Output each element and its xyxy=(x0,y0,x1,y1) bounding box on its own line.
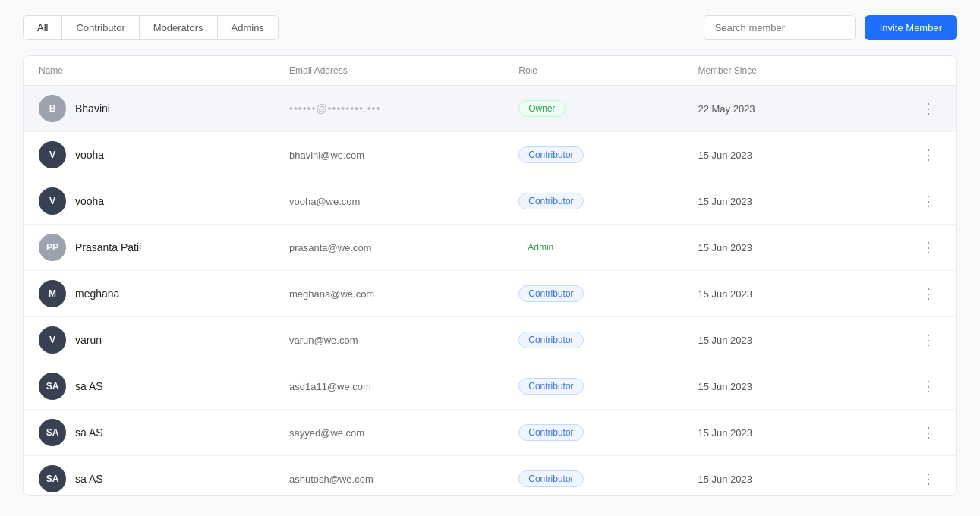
member-since-cell: 15 Jun 2023 xyxy=(682,410,850,456)
email-cell: sayyed@we.com xyxy=(274,410,503,456)
actions-cell: ⋮ xyxy=(851,456,956,496)
members-table-container: NameEmail AddressRoleMember Since BBhavi… xyxy=(23,55,957,496)
role-badge: Contributor xyxy=(518,285,583,302)
role-cell: Contributor xyxy=(503,363,682,410)
table-header: NameEmail AddressRoleMember Since xyxy=(24,56,956,86)
table-body: BBhavini••••••@••••••••.•••Owner22 May 2… xyxy=(24,86,956,496)
role-cell: Contributor xyxy=(503,271,682,317)
top-bar: AllContributorModeratorsAdmins Invite Me… xyxy=(23,15,957,40)
member-since-cell: 15 Jun 2023 xyxy=(682,132,850,178)
member-name: sa AS xyxy=(75,473,103,485)
actions-cell: ⋮ xyxy=(851,317,956,363)
column-header-name: Name xyxy=(24,56,274,86)
role-badge: Contributor xyxy=(518,332,583,348)
more-actions-button[interactable]: ⋮ xyxy=(915,145,941,165)
role-badge: Contributor xyxy=(518,424,583,441)
member-name: sa AS xyxy=(75,380,103,392)
member-name: sa AS xyxy=(75,426,103,439)
name-cell: SAsa AS xyxy=(24,363,274,410)
role-badge: Admin xyxy=(518,240,562,255)
avatar: V xyxy=(39,141,66,168)
email-cell: varun@we.com xyxy=(274,317,503,363)
name-cell: PPPrasanta Patil xyxy=(24,225,274,271)
name-cell: Vvooha xyxy=(24,132,274,178)
table-row: Mmeghanameghana@we.comContributor15 Jun … xyxy=(24,271,956,317)
member-name: varun xyxy=(75,334,102,346)
member-since-cell: 15 Jun 2023 xyxy=(682,225,850,271)
more-actions-button[interactable]: ⋮ xyxy=(915,469,941,489)
avatar: SA xyxy=(39,373,66,400)
member-since-cell: 22 May 2023 xyxy=(682,86,850,132)
avatar: M xyxy=(39,280,66,307)
column-header-member-since: Member Since xyxy=(682,56,850,86)
table-row: Vvoohabhavini@we.comContributor15 Jun 20… xyxy=(24,132,956,178)
filter-tab-all[interactable]: All xyxy=(24,16,62,39)
avatar: V xyxy=(39,326,66,354)
role-cell: Contributor xyxy=(503,132,682,178)
avatar: PP xyxy=(39,234,66,261)
role-badge: Owner xyxy=(518,100,565,117)
table-row: SAsa ASashutosh@we.comContributor15 Jun … xyxy=(24,456,956,496)
role-cell: Contributor xyxy=(503,178,682,225)
avatar: SA xyxy=(39,465,66,492)
member-name: Bhavini xyxy=(75,102,110,115)
email-cell: bhavini@we.com xyxy=(274,132,503,178)
table-row: SAsa ASasd1a11@we.comContributor15 Jun 2… xyxy=(24,363,956,410)
table-row: SAsa ASsayyed@we.comContributor15 Jun 20… xyxy=(24,410,956,456)
more-actions-button[interactable]: ⋮ xyxy=(915,423,941,442)
role-cell: Contributor xyxy=(503,410,682,456)
filter-tabs: AllContributorModeratorsAdmins xyxy=(23,15,279,40)
name-cell: SAsa AS xyxy=(24,456,274,496)
name-cell: BBhavini xyxy=(24,86,274,132)
filter-tab-contributor[interactable]: Contributor xyxy=(62,16,139,39)
actions-cell: ⋮ xyxy=(851,271,956,317)
table-row: Vvarunvarun@we.comContributor15 Jun 2023… xyxy=(24,317,956,363)
email-cell: ashutosh@we.com xyxy=(274,456,503,496)
more-actions-button[interactable]: ⋮ xyxy=(915,376,941,396)
page-wrapper: AllContributorModeratorsAdmins Invite Me… xyxy=(0,0,980,516)
more-actions-button[interactable]: ⋮ xyxy=(915,191,941,211)
more-actions-button[interactable]: ⋮ xyxy=(915,99,941,118)
role-badge: Contributor xyxy=(518,146,583,163)
email-cell: asd1a11@we.com xyxy=(274,363,503,410)
email-cell: ••••••@••••••••.••• xyxy=(274,86,503,132)
actions-cell: ⋮ xyxy=(851,410,956,456)
avatar: B xyxy=(39,95,66,122)
filter-tab-admins[interactable]: Admins xyxy=(218,16,278,39)
email-cell: meghana@we.com xyxy=(274,271,503,317)
email-cell: vooha@we.com xyxy=(274,178,503,225)
more-actions-button[interactable]: ⋮ xyxy=(915,330,941,350)
role-badge: Contributor xyxy=(518,470,583,487)
name-cell: SAsa AS xyxy=(24,410,274,456)
member-name: vooha xyxy=(75,149,104,161)
role-badge: Contributor xyxy=(518,378,583,395)
more-actions-button[interactable]: ⋮ xyxy=(915,284,941,304)
table-row: BBhavini••••••@••••••••.•••Owner22 May 2… xyxy=(24,86,956,132)
actions-cell: ⋮ xyxy=(851,363,956,410)
actions-cell: ⋮ xyxy=(851,132,956,178)
column-header-role: Role xyxy=(503,56,682,86)
member-since-cell: 15 Jun 2023 xyxy=(682,363,850,410)
search-input[interactable] xyxy=(704,15,856,40)
role-cell: Owner xyxy=(503,86,682,132)
member-name: Prasanta Patil xyxy=(75,241,141,253)
more-actions-button[interactable]: ⋮ xyxy=(915,238,941,257)
name-cell: Vvooha xyxy=(24,178,274,225)
actions-cell: ⋮ xyxy=(851,86,956,132)
table-row: PPPrasanta Patilprasanta@we.comAdmin15 J… xyxy=(24,225,956,271)
avatar: V xyxy=(39,187,66,215)
email-cell: prasanta@we.com xyxy=(274,225,503,271)
role-badge: Contributor xyxy=(518,193,583,209)
member-since-cell: 15 Jun 2023 xyxy=(682,456,850,496)
table-row: Vvoohavooha@we.comContributor15 Jun 2023… xyxy=(24,178,956,225)
role-cell: Admin xyxy=(503,225,682,271)
invite-member-button[interactable]: Invite Member xyxy=(865,15,957,40)
filter-tab-moderators[interactable]: Moderators xyxy=(140,16,218,39)
member-name: meghana xyxy=(75,288,119,300)
role-cell: Contributor xyxy=(503,456,682,496)
name-cell: Vvarun xyxy=(24,317,274,363)
name-cell: Mmeghana xyxy=(24,271,274,317)
actions-cell: ⋮ xyxy=(851,178,956,225)
member-name: vooha xyxy=(75,195,104,207)
actions-cell: ⋮ xyxy=(851,225,956,271)
